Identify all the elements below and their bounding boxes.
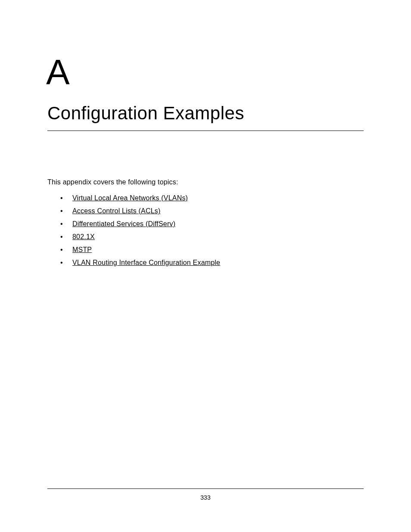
intro-text: This appendix covers the following topic… bbox=[47, 178, 364, 186]
topic-link-8021x[interactable]: 802.1X bbox=[72, 233, 95, 240]
page-title: Configuration Examples bbox=[47, 103, 364, 131]
appendix-letter: A bbox=[46, 52, 364, 92]
list-item: MSTP bbox=[60, 245, 364, 255]
page-number: 333 bbox=[0, 494, 411, 501]
topic-link-vlan[interactable]: Virtual Local Area Networks (VLANs) bbox=[72, 194, 188, 202]
topic-link-diffserv[interactable]: Differentiated Services (DiffServ) bbox=[72, 220, 175, 227]
list-item: Access Control Lists (ACLs) bbox=[60, 206, 364, 216]
list-item: Virtual Local Area Networks (VLANs) bbox=[60, 193, 364, 203]
topic-link-mstp[interactable]: MSTP bbox=[72, 246, 92, 253]
list-item: Differentiated Services (DiffServ) bbox=[60, 219, 364, 229]
footer-divider bbox=[47, 488, 364, 489]
topic-link-vlan-routing[interactable]: VLAN Routing Interface Configuration Exa… bbox=[72, 259, 220, 266]
list-item: 802.1X bbox=[60, 232, 364, 242]
list-item: VLAN Routing Interface Configuration Exa… bbox=[60, 258, 364, 268]
topic-list: Virtual Local Area Networks (VLANs) Acce… bbox=[47, 193, 364, 268]
topic-link-acl[interactable]: Access Control Lists (ACLs) bbox=[72, 207, 161, 215]
document-page: A Configuration Examples This appendix c… bbox=[0, 0, 411, 532]
